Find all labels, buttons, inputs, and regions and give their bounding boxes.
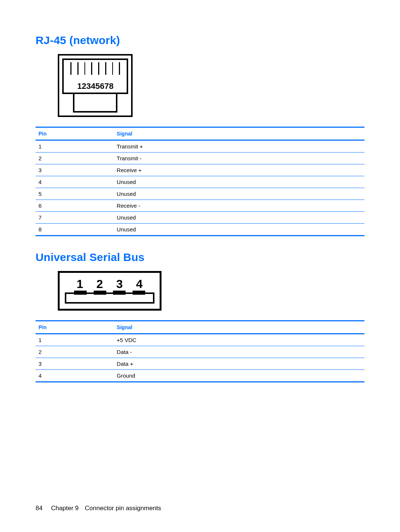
document-page: RJ-45 (network) 1 2 3 4 5 6 7 [0, 0, 400, 532]
page-footer: 84 Chapter 9 Connector pin assignments [36, 505, 161, 512]
chapter-label: Chapter 9 [51, 505, 79, 512]
table-row: 7Unused [36, 212, 364, 224]
heading-usb: Universal Serial Bus [36, 251, 364, 264]
rj45-pin-table: Pin Signal 1Transmit + 2Transmit - 3Rece… [36, 127, 364, 236]
table-row: 3Receive + [36, 164, 364, 176]
usb-slot [65, 292, 154, 304]
table-row: 1Transmit + [36, 140, 364, 153]
table-header-row: Pin Signal [36, 321, 364, 334]
page-number: 84 [36, 505, 43, 512]
table-row: 2Transmit - [36, 153, 364, 164]
heading-rj45: RJ-45 (network) [36, 34, 364, 47]
usb-pin-numbers: 1 2 3 4 [65, 277, 154, 292]
rj45-diagram: 1 2 3 4 5 6 7 8 [36, 54, 364, 117]
usb-pin-table: Pin Signal 1+5 VDC 2Data - 3Data + 4Grou… [36, 320, 364, 382]
table-row: 8Unused [36, 224, 364, 236]
col-header-signal: Signal [114, 321, 364, 334]
chapter-title: Connector pin assignments [85, 505, 161, 512]
table-row: 6Receive - [36, 200, 364, 212]
col-header-pin: Pin [36, 321, 114, 334]
usb-diagram: 1 2 3 4 [36, 271, 364, 311]
table-row: 3Data + [36, 358, 364, 370]
col-header-signal: Signal [114, 127, 364, 140]
rj45-pin-bars [64, 62, 127, 75]
table-header-row: Pin Signal [36, 127, 364, 140]
col-header-pin: Pin [36, 127, 114, 140]
table-row: 2Data - [36, 346, 364, 358]
table-row: 1+5 VDC [36, 334, 364, 346]
rj45-pin-numbers: 1 2 3 4 5 6 7 8 [64, 81, 127, 91]
table-row: 5Unused [36, 188, 364, 200]
table-row: 4Unused [36, 176, 364, 188]
table-row: 4Ground [36, 370, 364, 382]
